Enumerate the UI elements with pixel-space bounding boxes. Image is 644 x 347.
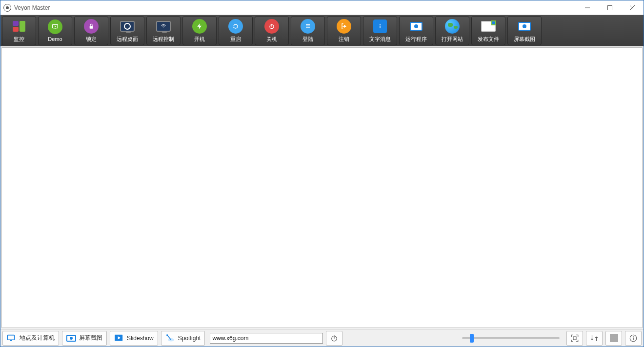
- svg-marker-5: [55, 25, 56, 27]
- app-icon: [3, 4, 11, 12]
- window-title: Veyon Master: [14, 4, 576, 11]
- toolbar-label: 监控: [14, 36, 24, 43]
- screenshots-button[interactable]: 屏幕截图: [62, 331, 107, 346]
- screenshot-icon: [517, 19, 532, 34]
- svg-point-23: [166, 334, 168, 336]
- svg-rect-17: [380, 25, 380, 28]
- login-icon: [301, 19, 315, 34]
- svg-rect-7: [90, 26, 93, 28]
- minimize-button[interactable]: [576, 0, 599, 15]
- main-window: Veyon Master 监控 Demo 锁定 远程桌面 远程控制: [0, 0, 644, 347]
- toolbar-label: 开机: [194, 36, 205, 43]
- toolbar-website-button[interactable]: 打开网站: [435, 16, 469, 45]
- toolbar-remote-view-button[interactable]: 远程桌面: [110, 16, 144, 45]
- globe-icon: [445, 19, 460, 34]
- toolbar-label: 文字消息: [369, 36, 391, 43]
- info-icon: [373, 19, 387, 34]
- svg-point-16: [380, 24, 381, 25]
- monitor-search-icon: [120, 19, 135, 34]
- toolbar-reboot-button[interactable]: 重启: [219, 16, 253, 45]
- slideshow-button[interactable]: Slideshow: [110, 331, 158, 346]
- eye-icon: [66, 334, 76, 342]
- toolbar-label: 远程控制: [153, 36, 174, 43]
- grid-view-button[interactable]: [605, 331, 622, 346]
- svg-rect-14: [306, 24, 310, 25]
- zoom-slider[interactable]: [462, 333, 560, 343]
- presentation-icon: [48, 19, 62, 34]
- toolbar-label: 重启: [230, 36, 241, 43]
- play-icon: [114, 334, 124, 342]
- toolbar-monitor-button[interactable]: 监控: [2, 16, 36, 45]
- svg-point-22: [168, 338, 174, 341]
- toolbar-message-button[interactable]: 文字消息: [363, 16, 397, 45]
- toolbar-run-button[interactable]: 运行程序: [399, 16, 433, 45]
- monitor-wifi-icon: [156, 19, 171, 34]
- svg-rect-1: [608, 5, 612, 10]
- sort-button[interactable]: [586, 331, 603, 346]
- spotlight-button[interactable]: Spotlight: [161, 331, 205, 346]
- fit-screen-button[interactable]: [566, 331, 583, 346]
- svg-rect-19: [10, 340, 12, 341]
- toolbar-remote-control-button[interactable]: 远程控制: [146, 16, 181, 45]
- file-transfer-icon: [481, 19, 496, 34]
- toolbar-label: 关机: [266, 36, 277, 43]
- toolbar-login-button[interactable]: 登陆: [291, 16, 325, 45]
- close-button[interactable]: [621, 0, 644, 15]
- lock-icon: [84, 19, 99, 34]
- right-tool-icons: [566, 331, 642, 346]
- about-button[interactable]: [625, 331, 642, 346]
- main-toolbar: 监控 Demo 锁定 远程桌面 远程控制 开机 重启 关机: [0, 15, 644, 46]
- window-buttons: [576, 0, 644, 15]
- logout-icon: [337, 19, 351, 34]
- toolbar-label: 打开网站: [442, 36, 463, 43]
- screenshots-label: 屏幕截图: [79, 334, 102, 342]
- locations-button[interactable]: 地点及计算机: [2, 331, 59, 346]
- maximize-button[interactable]: [599, 0, 621, 15]
- tiles-icon: [12, 19, 26, 34]
- locations-label: 地点及计算机: [20, 334, 55, 342]
- slideshow-label: Slideshow: [127, 335, 154, 342]
- svg-rect-12: [306, 25, 310, 26]
- monitor-icon: [7, 334, 17, 342]
- grid-icon: [610, 334, 618, 342]
- toolbar-label: 运行程序: [405, 36, 427, 43]
- toolbar-label: Demo: [48, 36, 62, 42]
- toolbar-label: 登陆: [302, 36, 313, 43]
- power-status-button[interactable]: [326, 331, 342, 346]
- url-input[interactable]: [210, 333, 323, 344]
- svg-rect-13: [306, 27, 310, 27]
- power-icon: [264, 19, 279, 34]
- svg-marker-8: [197, 23, 201, 29]
- toolbar-demo-button[interactable]: Demo: [38, 16, 72, 45]
- svg-point-29: [633, 336, 634, 337]
- toolbar-power-on-button[interactable]: 开机: [182, 16, 217, 45]
- toolbar-label: 远程桌面: [117, 36, 138, 43]
- toolbar-logout-button[interactable]: 注销: [327, 16, 361, 45]
- bolt-icon: [192, 19, 207, 34]
- toolbar-label: 注销: [339, 36, 349, 43]
- computers-panel: [1, 47, 643, 328]
- toolbar-screenshot-button[interactable]: 屏幕截图: [507, 16, 542, 45]
- toolbar-file-button[interactable]: 发布文件: [471, 16, 505, 45]
- refresh-icon: [228, 19, 243, 34]
- toolbar-label: 发布文件: [478, 36, 499, 43]
- titlebar: Veyon Master: [0, 0, 644, 15]
- spotlight-label: Spotlight: [178, 335, 201, 342]
- svg-rect-26: [573, 337, 576, 340]
- bottom-bar: 地点及计算机 屏幕截图 Slideshow Spotlight: [0, 329, 644, 347]
- eye-screen-icon: [409, 19, 423, 34]
- spotlight-icon: [165, 334, 175, 342]
- toolbar-label: 屏幕截图: [514, 36, 535, 43]
- toolbar-power-off-button[interactable]: 关机: [255, 16, 289, 45]
- toolbar-label: 锁定: [86, 36, 97, 43]
- svg-rect-18: [7, 335, 14, 340]
- svg-marker-15: [342, 24, 346, 28]
- toolbar-lock-button[interactable]: 锁定: [74, 16, 108, 45]
